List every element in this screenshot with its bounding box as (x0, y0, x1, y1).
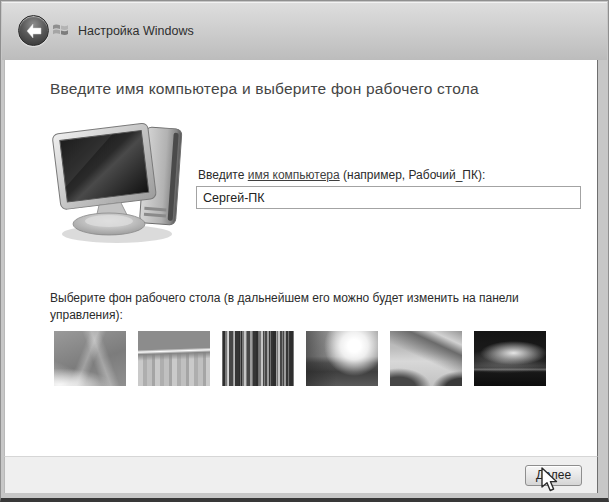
computer-name-link[interactable]: имя компьютера (248, 168, 340, 182)
background-prompt: Выберите фон рабочего стола (в дальнейше… (50, 290, 555, 324)
page-title: Введите имя компьютера и выберите фон ра… (50, 80, 479, 98)
computer-name-label-suffix: (например, Рабочий_ПК): (340, 168, 486, 182)
next-button[interactable]: Далее (525, 465, 582, 486)
computer-name-label: Введите имя компьютера (например, Рабочи… (198, 168, 485, 182)
wallpaper-birch-forest-thumbnail[interactable] (222, 331, 294, 386)
computer-name-label-prefix: Введите (198, 168, 248, 182)
back-arrow-icon (25, 23, 43, 39)
wallpaper-soft-light-streaks-thumbnail[interactable] (138, 331, 210, 386)
computer-illustration-icon (47, 112, 202, 247)
titlebar: Настройка Windows (2, 2, 607, 60)
content-area: Введите имя компьютера и выберите фон ра… (4, 60, 598, 456)
computer-name-input[interactable] (196, 186, 581, 209)
windows-logo-icon (52, 21, 69, 38)
wallpaper-northern-lights-thumbnail[interactable] (474, 331, 546, 386)
background-thumbnails (54, 331, 546, 386)
setup-window: Настройка Windows Введите имя компьютера… (0, 0, 609, 502)
window-title: Настройка Windows (78, 24, 194, 38)
wallpaper-sunset-field-thumbnail[interactable] (306, 331, 378, 386)
back-button[interactable] (18, 15, 49, 46)
footer-bar: Далее (4, 456, 598, 493)
wallpaper-coastal-rocks-thumbnail[interactable] (390, 331, 462, 386)
wallpaper-aurora-abstract-thumbnail[interactable] (54, 331, 126, 386)
